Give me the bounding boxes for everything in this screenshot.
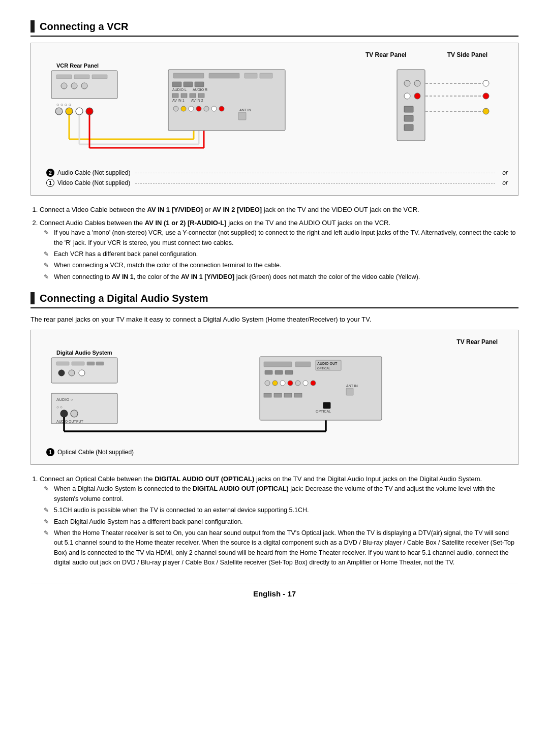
audio-dashed-line	[135, 173, 495, 173]
svg-rect-97	[264, 393, 271, 397]
svg-point-40	[189, 106, 194, 111]
svg-rect-25	[245, 73, 257, 78]
vcr-note-4: When connecting to AV IN 1, the color of…	[44, 272, 518, 282]
svg-point-49	[414, 80, 420, 86]
svg-point-60	[483, 108, 489, 114]
svg-rect-54	[404, 124, 413, 131]
svg-point-50	[404, 93, 410, 99]
svg-point-58	[483, 80, 489, 86]
optical-cable-caption: 1 Optical Cable (Not supplied)	[46, 448, 508, 456]
svg-text:OPTICAL: OPTICAL	[316, 410, 331, 413]
optical-cable-text: Optical Cable (Not supplied)	[57, 449, 134, 456]
heading-bar	[30, 20, 35, 33]
svg-rect-65	[87, 362, 95, 365]
caption-number-1: 1	[46, 179, 54, 187]
or-text-2: or	[502, 179, 508, 186]
svg-rect-33	[181, 93, 187, 98]
svg-rect-34	[190, 93, 196, 98]
svg-rect-100	[294, 393, 302, 397]
svg-rect-84	[295, 362, 311, 367]
svg-point-59	[483, 93, 489, 99]
das-diagram-captions: 1 Optical Cable (Not supplied)	[41, 448, 508, 456]
panel-labels: TV Rear Panel TV Side Panel	[41, 51, 508, 58]
svg-point-74	[71, 410, 78, 417]
page-number: English - 17	[253, 589, 296, 598]
video-dashed-line	[135, 183, 495, 183]
svg-point-11	[76, 108, 83, 115]
vcr-diagram-svg: VCR Rear Panel ○ ○ ○ ○	[41, 60, 508, 164]
svg-text:AUDIO OUT: AUDIO OUT	[317, 362, 338, 365]
svg-rect-66	[96, 362, 104, 365]
svg-point-6	[71, 83, 77, 89]
caption-number-2: 2	[46, 169, 54, 177]
svg-rect-87	[285, 370, 293, 374]
svg-rect-27	[172, 82, 181, 87]
svg-text:VCR Rear Panel: VCR Rear Panel	[56, 62, 99, 69]
svg-point-90	[280, 381, 285, 386]
vcr-diagram: TV Rear Panel TV Side Panel VCR Rear Pan…	[30, 43, 518, 196]
svg-point-10	[66, 108, 73, 115]
svg-text:AV IN 1: AV IN 1	[172, 99, 185, 102]
svg-text:AUDIO L: AUDIO L	[172, 88, 187, 91]
svg-point-38	[173, 106, 178, 111]
svg-point-67	[58, 370, 65, 376]
audio-cable-caption: 2 Audio Cable (Not supplied) or	[46, 169, 508, 177]
das-note-1: When a Digital Audio System is connected…	[44, 484, 518, 504]
svg-rect-24	[209, 73, 239, 78]
das-note-2: 5.1CH audio is possible when the TV is c…	[44, 506, 518, 515]
svg-rect-96	[346, 388, 353, 395]
svg-rect-26	[260, 73, 272, 78]
das-diagram-svg: Digital Audio System AUDIO ○ ○ ○ AUDI	[41, 348, 508, 443]
svg-point-88	[265, 381, 270, 386]
svg-rect-32	[172, 93, 178, 98]
svg-rect-85	[265, 370, 272, 374]
svg-point-68	[69, 370, 75, 376]
svg-rect-23	[173, 73, 204, 78]
vcr-instruction-2: Connect Audio Cables between the AV IN (…	[40, 218, 518, 282]
das-section: Connecting a Digital Audio System The re…	[30, 292, 518, 568]
vcr-heading: Connecting a VCR	[30, 20, 518, 37]
svg-text:ANT IN: ANT IN	[346, 384, 358, 388]
diagram-captions: 2 Audio Cable (Not supplied) or 1 Video …	[41, 169, 508, 187]
das-intro: The rear panel jacks on your TV make it …	[30, 314, 518, 325]
svg-rect-53	[404, 115, 413, 121]
svg-point-9	[55, 108, 63, 115]
svg-text:○  ○: ○ ○	[56, 405, 63, 410]
svg-rect-35	[198, 93, 204, 98]
svg-point-44	[219, 106, 224, 111]
svg-text:AUDIO OUTPUT: AUDIO OUTPUT	[56, 420, 84, 423]
svg-text:Digital Audio System: Digital Audio System	[56, 350, 112, 356]
svg-rect-63	[56, 362, 69, 365]
svg-text:AUDIO R: AUDIO R	[193, 88, 207, 91]
vcr-instruction-list: Connect a Video Cable between the AV IN …	[30, 205, 518, 282]
svg-point-43	[211, 106, 217, 111]
svg-rect-101	[323, 402, 330, 408]
page-footer: English - 17	[30, 583, 518, 598]
svg-rect-4	[92, 75, 107, 79]
das-tv-rear-panel-label: TV Rear Panel	[456, 338, 498, 345]
vcr-instructions: Connect a Video Cable between the AV IN …	[30, 205, 518, 282]
svg-text:○ ○ ○ ○: ○ ○ ○ ○	[56, 102, 71, 107]
svg-point-94	[311, 381, 316, 386]
svg-point-73	[60, 410, 68, 417]
svg-point-5	[61, 83, 67, 89]
das-instructions: Connect an Optical Cable between the DIG…	[30, 474, 518, 568]
das-heading: Connecting a Digital Audio System	[30, 292, 518, 308]
svg-rect-2	[56, 75, 72, 79]
das-connection-diagram: Digital Audio System AUDIO ○ ○ ○ AUDI	[41, 348, 509, 442]
vcr-note-3: When connecting a VCR, match the color o…	[44, 261, 518, 270]
vcr-section: Connecting a VCR TV Rear Panel TV Side P…	[30, 20, 518, 282]
svg-point-89	[272, 381, 278, 386]
vcr-note-1: If you have a 'mono' (non-stereo) VCR, u…	[44, 228, 518, 248]
svg-rect-99	[284, 393, 292, 397]
svg-point-51	[414, 93, 420, 99]
svg-text:ANT IN: ANT IN	[239, 108, 251, 112]
das-note-4: When the Home Theater receiver is set to…	[44, 528, 518, 568]
svg-rect-22	[168, 70, 285, 131]
svg-text:AV IN 2: AV IN 2	[191, 99, 203, 102]
svg-rect-3	[74, 75, 89, 79]
das-diagram: TV Rear Panel Digital Audio System AUDIO…	[30, 330, 518, 465]
audio-cable-text: Audio Cable (Not supplied)	[57, 169, 130, 176]
vcr-notes: If you have a 'mono' (non-stereo) VCR, u…	[40, 228, 518, 282]
svg-rect-64	[72, 362, 84, 365]
